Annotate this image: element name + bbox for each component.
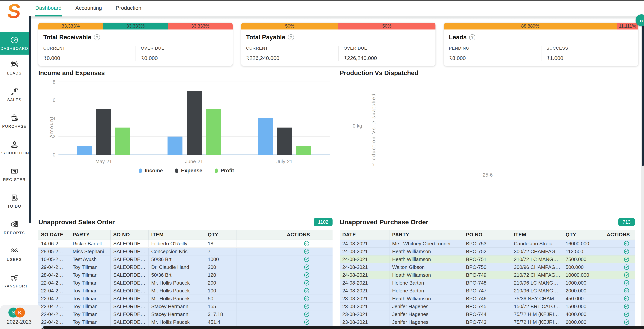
purchase-table-row[interactable]: 24-08-2021Helene BartonBPO-748210/96 LC … bbox=[340, 279, 635, 287]
sidebar-item-leads[interactable]: LEADS bbox=[0, 54, 29, 81]
help-icon[interactable]: ? bbox=[469, 34, 475, 40]
sales-cell: 50/36 Brt bbox=[148, 271, 205, 279]
tab-production[interactable]: Production bbox=[116, 1, 142, 16]
sales-cell: Mr. Hollis Paucek bbox=[148, 279, 205, 287]
bar-profit-july-21[interactable] bbox=[296, 146, 311, 155]
sales-cell: Miss Stephani… bbox=[70, 248, 110, 255]
approve-check-icon[interactable] bbox=[304, 303, 310, 310]
leads-search-people-icon bbox=[10, 60, 19, 69]
approve-check-icon[interactable] bbox=[304, 264, 310, 270]
sales-cell: 200 bbox=[205, 279, 237, 287]
sales-table-row[interactable]: 22-04-2…Toy TillmanSALEORDE…Mr. Hollis P… bbox=[38, 279, 332, 287]
sidebar-nav: DASHBOARDLEADSSALESPURCHASEPRODUCTIONREG… bbox=[0, 31, 29, 294]
purchase-cell: Walton Gibson bbox=[390, 263, 463, 271]
sidebar-item-label: LEADS bbox=[7, 71, 22, 75]
sidebar-item-sales[interactable]: SALES bbox=[0, 81, 29, 108]
approve-check-icon[interactable] bbox=[304, 256, 310, 263]
bar-profit-may-21[interactable] bbox=[116, 128, 130, 155]
approve-check-icon[interactable] bbox=[304, 280, 310, 286]
purchase-cell: Helene Barton bbox=[390, 279, 463, 287]
sales-table-row[interactable]: 29-04-2…Toy TillmanSALEORDE…Dr. Claudie … bbox=[38, 263, 332, 271]
sales-actions-cell bbox=[237, 279, 332, 287]
purchase-table-row[interactable]: 24-08-2021Walton GibsonBPO-750300/96 CHA… bbox=[340, 263, 635, 271]
sidebar-item-users[interactable]: USERS bbox=[0, 241, 29, 268]
purchase-cell: 24-08-2021 bbox=[340, 271, 390, 279]
sales-table-row[interactable]: 28-04-2…Toy TillmanSALEORDE…50/36 Brt120 bbox=[38, 271, 332, 279]
purchase-actions-cell bbox=[602, 303, 635, 310]
bar-income-july-21[interactable] bbox=[258, 118, 273, 155]
purchase-table-row[interactable]: 24-08-2021Helene BartonBPO-747210/96 LC … bbox=[340, 287, 635, 295]
production-x-axis-line bbox=[366, 167, 634, 167]
bar-income-june-21[interactable] bbox=[168, 137, 182, 155]
approve-check-icon[interactable] bbox=[304, 240, 310, 247]
sidebar-item-production[interactable]: PRODUCTION bbox=[0, 134, 29, 161]
horizontal-scrollbar[interactable] bbox=[43, 326, 644, 329]
sales-table-row[interactable]: 10-05-2…Test AyushSALEORDE…50/36 Brt1000 bbox=[38, 256, 332, 263]
kpi-title: Total Payable? bbox=[241, 29, 436, 41]
sidebar-scrollbar[interactable] bbox=[29, 16, 31, 223]
bar-expense-may-21[interactable] bbox=[96, 109, 111, 155]
purchase-table-row[interactable]: 23-08-2021Jenifer HagenesBPO-745150/72 B… bbox=[340, 303, 635, 311]
purchase-table-row[interactable]: 23-08-2021Jenifer HagenesBPO-74475/72 HI… bbox=[340, 311, 635, 318]
approve-check-icon[interactable] bbox=[623, 311, 630, 318]
tab-accounting[interactable]: Accounting bbox=[75, 1, 102, 16]
approve-check-icon[interactable] bbox=[623, 319, 630, 325]
tab-dashboard[interactable]: Dashboard bbox=[35, 1, 62, 16]
sidebar-item-to-do[interactable]: TO DO bbox=[0, 188, 29, 214]
y-tick-6: 6 bbox=[53, 97, 56, 103]
sales-table-row[interactable]: 22-04-2…Toy TillmanSALEORDE…Mr. Hollis P… bbox=[38, 295, 332, 303]
approve-check-icon[interactable] bbox=[304, 311, 310, 318]
sales-table-row[interactable]: 28-05-2…Miss Stephani…SALEORDE…Concepcio… bbox=[38, 248, 332, 256]
bar-expense-july-21[interactable] bbox=[277, 128, 292, 155]
sales-table-row[interactable]: 22-04-2…Toy TillmanSALEORDE…Stacey Herma… bbox=[38, 311, 332, 318]
approve-check-icon[interactable] bbox=[623, 288, 630, 294]
approve-check-icon[interactable] bbox=[623, 256, 630, 263]
purchase-table-row[interactable]: 24-08-2021Heath WilliamsonBPO-749210/72 … bbox=[340, 271, 635, 279]
sales-table-row[interactable]: 22-04-2…Toy TillmanSALEORDE…Mr. Hollis P… bbox=[38, 318, 332, 326]
sales-cell: 317.18 bbox=[205, 311, 237, 318]
approve-check-icon[interactable] bbox=[623, 264, 630, 270]
sales-table-row[interactable]: 22-04-2…Toy TillmanSALEORDE…Stacey Herma… bbox=[38, 303, 332, 311]
approve-check-icon[interactable] bbox=[623, 272, 630, 278]
sidebar-item-register[interactable]: REGISTER bbox=[0, 161, 29, 188]
approve-check-icon[interactable] bbox=[304, 272, 310, 278]
approve-check-icon[interactable] bbox=[623, 280, 630, 286]
purchase-table-row[interactable]: 24-08-2021Mrs. Whitney OberbrunnerBPO-75… bbox=[340, 240, 635, 248]
purchase-table-row[interactable]: 23-08-2021Heath WilliamsonBPO-74675/36 N… bbox=[340, 295, 635, 303]
sidebar-item-purchase[interactable]: PURCHASE bbox=[0, 108, 29, 134]
approve-check-icon[interactable] bbox=[623, 295, 630, 302]
approve-check-icon[interactable] bbox=[304, 319, 310, 325]
purchase-table-row[interactable]: 24-08-2021Heath WilliamsonBPO-752300/72 … bbox=[340, 248, 635, 256]
sidebar-item-dashboard[interactable]: DASHBOARD bbox=[0, 31, 29, 54]
legend-item-expense[interactable]: Expense bbox=[175, 168, 202, 174]
kpi-progress-segment: 33.333% bbox=[38, 22, 103, 29]
sales-table-row[interactable]: 22-04-2…Toy TillmanSALEORDE…Mr. Hollis P… bbox=[38, 287, 332, 295]
sales-actions-cell bbox=[237, 240, 332, 247]
help-icon[interactable]: ? bbox=[288, 34, 294, 40]
legend-item-profit[interactable]: Profit bbox=[215, 168, 234, 174]
approve-check-icon[interactable] bbox=[623, 248, 630, 255]
sales-cell: SALEORDE… bbox=[110, 279, 148, 287]
purchase-table-row[interactable]: 23-08-2021Jenifer HagenesBPO-74375/72 HI… bbox=[340, 318, 635, 326]
help-icon[interactable]: ? bbox=[94, 34, 100, 40]
sales-cell: SALEORDE… bbox=[110, 303, 148, 310]
production-x-tick: 25-6 bbox=[340, 172, 636, 178]
app-logo[interactable]: S bbox=[4, 2, 24, 21]
purchase-table-row[interactable]: 24-08-2021Heath WilliamsonBPO-751210/72 … bbox=[340, 256, 635, 263]
approve-check-icon[interactable] bbox=[304, 295, 310, 302]
legend-item-income[interactable]: Income bbox=[139, 168, 163, 174]
bar-income-may-21[interactable] bbox=[77, 146, 92, 155]
vertical-scrollbar-thumb[interactable] bbox=[642, 21, 644, 166]
sidebar-item-transport[interactable]: TRANSPORT bbox=[0, 268, 29, 294]
sales-table-row[interactable]: 14-06-2…Rickie BartellSALEORDE…Filiberto… bbox=[38, 240, 332, 248]
avatar-k[interactable]: K bbox=[15, 308, 25, 318]
sales-cell: 10-05-2… bbox=[38, 256, 70, 263]
approve-check-icon[interactable] bbox=[623, 303, 630, 310]
approve-check-icon[interactable] bbox=[304, 288, 310, 294]
bar-profit-june-21[interactable] bbox=[206, 109, 221, 155]
approve-check-icon[interactable] bbox=[304, 248, 310, 255]
approve-check-icon[interactable] bbox=[623, 240, 630, 247]
bar-expense-june-21[interactable] bbox=[187, 91, 202, 155]
sidebar-item-reports[interactable]: REPORTS bbox=[0, 214, 29, 241]
sales-cell: 100 bbox=[205, 287, 237, 295]
